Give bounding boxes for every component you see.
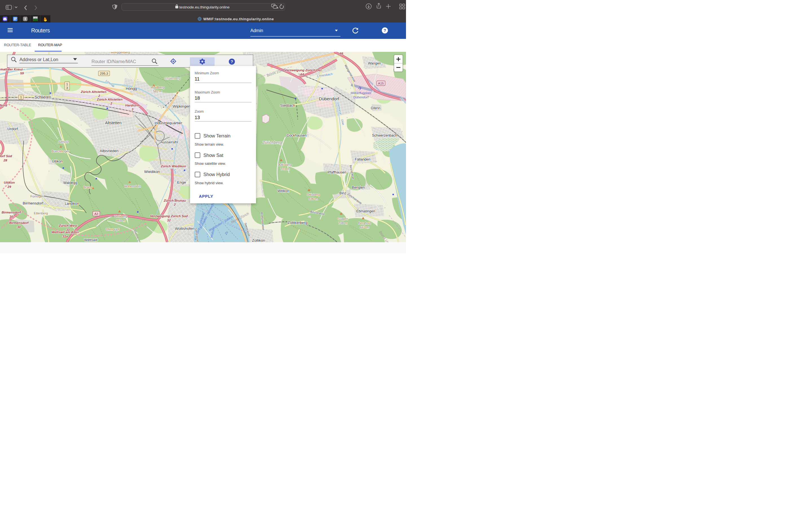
svg-text:?: ? (231, 59, 233, 64)
svg-text:Routers: Routers (31, 27, 50, 33)
svg-text:Höngg: Höngg (126, 87, 137, 91)
svg-text:Hönggerberg: Hönggerberg (111, 52, 130, 54)
svg-text:Verzweigung Zürich Süd: Verzweigung Zürich Süd (150, 214, 188, 218)
svg-text:A15: A15 (378, 82, 384, 85)
svg-text:Enge: Enge (177, 180, 186, 184)
svg-text:Hardturm: Hardturm (125, 104, 140, 107)
svg-text:Nord: Nord (0, 104, 7, 107)
svg-text:Uitikon: Uitikon (52, 159, 63, 163)
svg-text:Wollishofen: Wollishofen (175, 226, 195, 231)
svg-text:Verzweigung Zürich Ost: Verzweigung Zürich Ost (285, 68, 322, 72)
svg-text:Gfenn: Gfenn (371, 106, 380, 110)
svg-text:Fällanden: Fällanden (355, 158, 370, 161)
svg-text:Industriequartier: Industriequartier (154, 121, 182, 125)
svg-text:Altstetten: Altstetten (105, 121, 121, 125)
svg-text:Ebmatingen: Ebmatingen (356, 209, 375, 213)
svg-text:APPLY: APPLY (199, 194, 213, 199)
svg-text:?: ? (384, 28, 386, 33)
svg-text:Gockhausen: Gockhausen (287, 133, 306, 137)
svg-text:Stettbach: Stettbach (280, 104, 295, 108)
svg-text:dorf Süd: dorf Süd (0, 154, 12, 158)
svg-text:32: 32 (167, 219, 171, 222)
svg-text:Show Hybrid: Show Hybrid (204, 172, 230, 177)
svg-text:582 m: 582 m (153, 90, 162, 93)
svg-text:WMIF:testnode.eu.thingularity.: WMIF:testnode.eu.thingularity.online (203, 17, 274, 21)
svg-text:Address or Lat,Lon: Address or Lat,Lon (19, 57, 58, 62)
svg-text:11: 11 (195, 76, 200, 81)
svg-text:Zürich West: Zürich West (58, 224, 78, 227)
svg-text:Schlieren: Schlieren (35, 95, 51, 100)
svg-text:Buechhoger: Buechhoger (52, 150, 69, 153)
svg-text:66: 66 (340, 52, 343, 55)
svg-text:Show Sat: Show Sat (204, 152, 223, 158)
svg-text:testnode.eu.thingularity.onlin: testnode.eu.thingularity.online (179, 5, 230, 9)
svg-text:Minimum Zoom: Minimum Zoom (195, 71, 219, 75)
svg-text:Uitikon: Uitikon (4, 181, 15, 184)
svg-text:Uetliberg: Uetliberg (114, 215, 127, 218)
svg-text:Ofengupf: Ofengupf (106, 228, 119, 231)
svg-text:A: A (273, 4, 275, 7)
svg-text:Benglen: Benglen (352, 186, 365, 189)
svg-text:Albisrieden: Albisrieden (100, 149, 119, 153)
svg-text:Landikon: Landikon (65, 202, 79, 206)
svg-text:1: 1 (20, 96, 22, 99)
svg-text:Ötlisberg: Ötlisberg (307, 193, 320, 196)
svg-text:Dübendorf: Dübendorf (353, 96, 369, 99)
svg-text:Zürich Altstetten: Zürich Altstetten (81, 90, 107, 94)
svg-text:Zoom: Zoom (195, 110, 204, 114)
svg-text:Zürich Brunau: Zürich Brunau (163, 199, 186, 202)
svg-text:1: 1 (66, 82, 68, 86)
svg-text:mmattaler Kreuz: mmattaler Kreuz (0, 68, 23, 71)
svg-text:Brand: Brand (84, 186, 92, 189)
svg-text:Altholz: Altholz (58, 140, 69, 144)
svg-text:2: 2 (174, 203, 176, 206)
svg-text:A3: A3 (94, 212, 98, 216)
svg-text:Show terrain view.: Show terrain view. (195, 142, 224, 147)
svg-text:2: 2 (98, 94, 100, 98)
svg-text:Chäferberg: Chäferberg (164, 76, 181, 80)
svg-text:✈: ✈ (357, 85, 363, 92)
svg-text:Wipkingen: Wipkingen (172, 104, 190, 108)
svg-text:Witikon: Witikon (278, 189, 289, 193)
svg-text:29: 29 (7, 185, 11, 188)
svg-text:Zollikerberg: Zollikerberg (288, 221, 308, 225)
svg-text:Wettswil am Albis: Wettswil am Albis (51, 230, 79, 234)
svg-text:Wettswil: Wettswil (84, 238, 97, 242)
svg-text:Bergholz: Bergholz (358, 221, 371, 225)
svg-text:295.3: 295.3 (100, 72, 108, 75)
svg-text:13: 13 (195, 115, 200, 120)
svg-text:Wiedikon: Wiedikon (144, 170, 160, 174)
svg-text:ROUTER-MAP: ROUTER-MAP (38, 43, 62, 47)
svg-text:663 m: 663 m (360, 226, 369, 229)
svg-text:Show satellite view.: Show satellite view. (195, 161, 226, 166)
svg-text:Adlisberg: Adlisberg (278, 163, 292, 166)
svg-text:Guglen: Guglen (338, 217, 348, 221)
svg-text:USDA: USDA (33, 17, 38, 18)
svg-text:Waidberg: Waidberg (151, 86, 165, 89)
svg-text:Dübendorf: Dübendorf (319, 96, 340, 101)
svg-text:701 m: 701 m (281, 167, 290, 171)
svg-text:ROUTER-TABLE: ROUTER-TABLE (4, 43, 31, 47)
svg-text:696 m: 696 m (309, 197, 318, 201)
svg-text:59: 59 (20, 71, 24, 75)
svg-text:Zürich Altstetten: Zürich Altstetten (97, 98, 123, 101)
svg-text:Waldegg: Waldegg (63, 181, 77, 185)
svg-text:Hohenstein: Hohenstein (124, 184, 141, 188)
svg-text:31a: 31a (62, 235, 68, 238)
svg-text:30: 30 (17, 225, 21, 229)
svg-text:869 m: 869 m (116, 219, 125, 222)
svg-text:Show hybrid view.: Show hybrid view. (195, 180, 223, 185)
svg-text:Ettenberg: Ettenberg (34, 212, 48, 215)
svg-text:Birmensdorf: Birmensdorf (9, 221, 29, 224)
svg-text:Militärflugplatz: Militärflugplatz (350, 91, 371, 95)
svg-text:Pfaffhausen: Pfaffhausen (327, 170, 347, 174)
svg-text:Zollikon: Zollikon (252, 238, 265, 242)
svg-text:Aussersihl: Aussersihl (160, 140, 178, 144)
svg-text:Wangen: Wangen (368, 61, 381, 65)
svg-text:Binz: Binz (340, 191, 346, 195)
svg-text:64: 64 (301, 73, 304, 76)
svg-text:2: 2 (110, 102, 112, 105)
svg-text:Urdorf: Urdorf (7, 127, 18, 131)
svg-text:3: 3 (66, 86, 68, 90)
svg-text:30: 30 (10, 215, 13, 218)
